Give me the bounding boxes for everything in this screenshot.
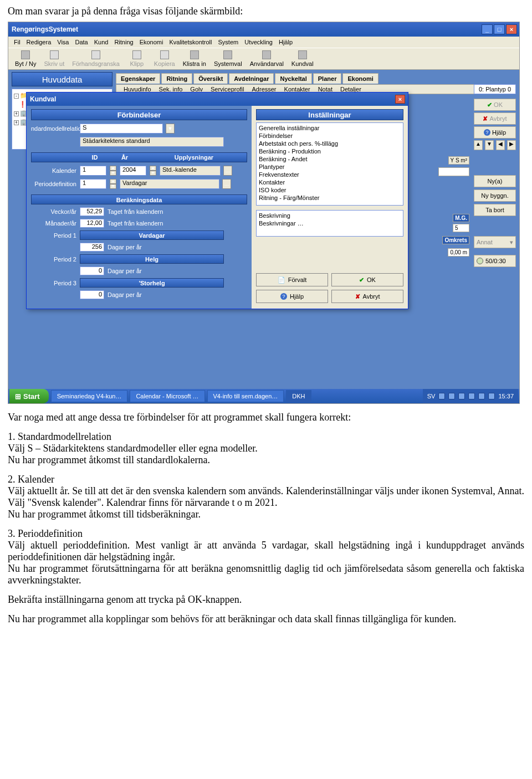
relation-select[interactable]: S <box>80 124 163 134</box>
close-button[interactable]: × <box>506 24 517 34</box>
ellipsis-button[interactable]: … <box>223 166 232 176</box>
list-item[interactable]: Frekvenstexter <box>259 171 401 178</box>
relation-label: ndardmodellrelation <box>31 125 76 132</box>
start-button[interactable]: ⊞Start <box>9 389 49 403</box>
stub-omkrets: Omkrets <box>442 236 469 244</box>
tab-egenskaper[interactable]: Egenskaper <box>116 73 160 84</box>
customer-icon <box>298 50 307 59</box>
kalender-ar-input[interactable]: 2004 <box>120 166 146 176</box>
dialog-avbryt-button[interactable]: ✘Avbryt <box>331 290 403 303</box>
kalender-id-input[interactable]: 1 <box>80 166 106 176</box>
list-item[interactable]: Förbindelser <box>259 132 401 140</box>
toolbar-kundval[interactable]: Kundval <box>288 49 317 68</box>
kalender-label: Kalender <box>31 167 76 174</box>
menu-item[interactable]: Kund <box>92 38 111 46</box>
ny-button[interactable]: Ny(a) <box>474 175 516 187</box>
list-item[interactable]: Generella inställningar <box>259 124 401 132</box>
spin-up-icon[interactable]: ▲ <box>110 166 116 171</box>
chevron-down-icon[interactable]: ▼ <box>166 124 175 134</box>
body-text: Nu har programmet alla kopplingar som be… <box>8 613 524 625</box>
minimize-button[interactable]: _ <box>482 24 493 34</box>
avbryt-button[interactable]: ✘ Avbryt <box>474 112 516 125</box>
huvuddata-tab[interactable]: Huvuddata <box>12 72 112 86</box>
list-item[interactable]: Arbetstakt och pers. %-tillägg <box>259 140 401 147</box>
tray-icon[interactable] <box>488 393 495 399</box>
body-para: Var noga med att ange dessa tre förbinde… <box>8 412 524 423</box>
installningar-header: Inställningar <box>256 109 403 120</box>
window-title: RengøringsSystemet <box>12 25 78 33</box>
tab-avdelningar[interactable]: Avdelningar <box>229 73 274 84</box>
toolbar-klistra[interactable]: Klistra in <box>180 49 209 68</box>
forvalt-button[interactable]: 📄Förvalt <box>256 273 328 286</box>
toolbar-preview[interactable]: Förhandsgranska <box>69 49 123 68</box>
spin-down-icon[interactable]: ▼ <box>110 171 116 176</box>
nav-arrows: ▲ ▼ ◀ ▶ <box>474 140 516 150</box>
body-text: Välj S – Städarkitektens standardmodelle… <box>8 443 524 454</box>
dialog-hjalp-button[interactable]: ?Hjälp <box>256 290 328 303</box>
p3-value: 0 <box>80 290 104 299</box>
list-item[interactable]: Beräkning - Andet <box>259 155 401 163</box>
period-id-input[interactable]: 1 <box>80 179 106 189</box>
arrow-down-icon[interactable]: ▼ <box>485 140 494 150</box>
menu-item[interactable]: Data <box>73 38 90 46</box>
hjalp-button[interactable]: ? Hjälp <box>474 126 516 139</box>
tray-icon[interactable] <box>458 393 465 399</box>
clock[interactable]: 15:37 <box>498 393 514 399</box>
tabort-button[interactable]: Ta bort <box>474 204 516 216</box>
tab-ekonomi[interactable]: Ekonomi <box>342 73 378 84</box>
tab-planer[interactable]: Planer <box>313 73 342 84</box>
list-item[interactable]: Ritning - Färg/Mönster <box>259 194 401 202</box>
dialog-titlebar: Kundval × <box>27 93 408 106</box>
list-item[interactable]: Beräkning - Produktion <box>259 147 401 155</box>
toolbar-byt[interactable]: Byt / Ny <box>12 49 40 68</box>
tray-icon[interactable] <box>438 393 445 399</box>
plantyp-select[interactable]: 0: Plantyp 0 <box>474 84 516 94</box>
annat-button[interactable]: Annat▾ <box>474 236 516 248</box>
ok-button[interactable]: ✔ OK <box>474 99 516 111</box>
nybyggn-button[interactable]: Ny byggn. <box>474 189 516 202</box>
arrow-right-icon[interactable]: ▶ <box>507 140 516 150</box>
copy-icon <box>160 50 169 59</box>
toolbar-kopiera[interactable]: Kopiera <box>151 49 178 68</box>
list-item[interactable]: ISO koder <box>259 186 401 194</box>
arrow-left-icon[interactable]: ◀ <box>496 140 505 150</box>
clock-button[interactable]: 50/0:30 <box>474 255 516 267</box>
tray-icon[interactable] <box>448 393 455 399</box>
taskbar-item[interactable]: V4-info till sem.dagen… <box>207 390 284 402</box>
menu-item[interactable]: Ekonomi <box>137 38 166 46</box>
toolbar-anvandarval[interactable]: Användarval <box>247 49 287 68</box>
list-item[interactable]: Beskrivning <box>259 212 401 219</box>
list-item[interactable]: Kontakter <box>259 178 401 186</box>
menu-item[interactable]: Fil <box>12 38 23 46</box>
list-item[interactable]: Beskrivningar … <box>259 219 401 227</box>
menu-item[interactable]: Kvalitetskontroll <box>167 38 214 46</box>
arrow-up-icon[interactable]: ▲ <box>474 140 483 150</box>
dialog-close-button[interactable]: × <box>395 95 405 104</box>
toolbar-klipp[interactable]: Klipp <box>124 49 150 68</box>
menu-item[interactable]: Redigera <box>24 38 54 46</box>
tab-oversikt[interactable]: Översikt <box>193 73 228 84</box>
lang-indicator[interactable]: SV <box>427 393 436 399</box>
toolbar-skrivut[interactable]: Skriv ut <box>41 49 68 68</box>
toolbar: Byt / Ny Skriv ut Förhandsgranska Klipp … <box>8 48 519 70</box>
tray-icon[interactable] <box>478 393 485 399</box>
taskbar-item[interactable]: DKH <box>286 390 311 402</box>
tray-icon[interactable] <box>468 393 475 399</box>
maximize-button[interactable]: □ <box>494 24 505 34</box>
menu-item[interactable]: Ritning <box>112 38 135 46</box>
body-text: Nu har programmet åtkomst till tidsberäk… <box>8 509 524 520</box>
tab-nyckeltal[interactable]: Nyckeltal <box>275 73 311 84</box>
ellipsis-button[interactable]: … <box>222 179 231 189</box>
taskbar-item[interactable]: Calendar - Microsoft … <box>130 390 204 402</box>
list-item[interactable]: Plantyper <box>259 163 401 171</box>
screenshot: RengøringsSystemet _ □ × Fil Redigera Vi… <box>8 22 520 404</box>
toolbar-systemval[interactable]: Systemval <box>211 49 245 68</box>
menu-item[interactable]: Hjälp <box>277 38 295 46</box>
menu-item[interactable]: System <box>216 38 241 46</box>
tab-ritning[interactable]: Ritning <box>161 73 192 84</box>
p1-value: 256 <box>80 243 104 252</box>
dialog-ok-button[interactable]: ✔OK <box>331 273 403 286</box>
menu-item[interactable]: Utveckling <box>242 38 275 46</box>
taskbar-item[interactable]: Seminariedag V4-kun… <box>51 390 128 402</box>
menu-item[interactable]: Visa <box>55 38 71 46</box>
